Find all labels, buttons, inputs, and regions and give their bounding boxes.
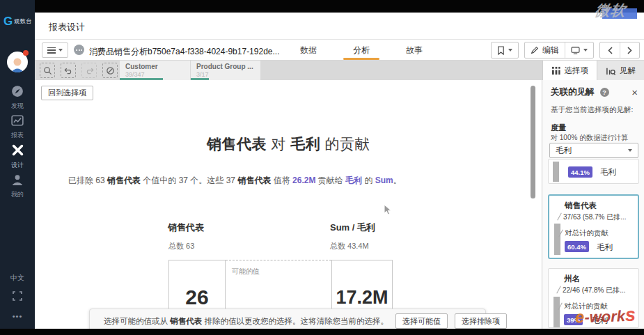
sidebar-item-label: 报表 bbox=[0, 131, 35, 140]
contribution-bar bbox=[553, 297, 560, 327]
fullscreen-button[interactable] bbox=[12, 290, 23, 304]
sidebar-item-label: 设计 bbox=[0, 161, 35, 170]
sidebar-item-design[interactable]: 设计 bbox=[0, 143, 35, 170]
sidebar-item-discover[interactable]: 发现 bbox=[0, 85, 35, 111]
report-chart-icon bbox=[11, 114, 24, 127]
measure-dropdown-value: 毛利 bbox=[556, 146, 572, 156]
sheet-nav-group bbox=[599, 42, 640, 59]
global-menu-button[interactable] bbox=[42, 42, 68, 58]
edit-sheet-group: 编辑 bbox=[524, 42, 594, 59]
selection-ratio-bar bbox=[191, 78, 209, 80]
chevron-left-icon bbox=[608, 47, 613, 54]
card-dimension-title: 销售代表 bbox=[565, 201, 597, 211]
edit-label: 编辑 bbox=[542, 45, 559, 56]
column-total-dimension: 总数 63 bbox=[168, 241, 194, 251]
tab-label: 选择项 bbox=[565, 65, 589, 76]
tab-story[interactable]: 故事 bbox=[402, 40, 427, 61]
chip-count: 39/347 bbox=[125, 71, 184, 78]
selected-count-value: 26 bbox=[169, 286, 225, 309]
sheet-icon bbox=[571, 47, 580, 54]
insights-chart-icon bbox=[606, 66, 615, 75]
chip-title: Customer bbox=[125, 63, 184, 70]
chevron-down-icon bbox=[58, 49, 63, 52]
redo-icon bbox=[85, 66, 94, 75]
tab-analysis[interactable]: 分析 bbox=[349, 40, 374, 61]
language-switch[interactable]: 中文 bbox=[0, 273, 35, 283]
back-to-selections-button[interactable]: 回到选择项 bbox=[41, 86, 93, 100]
badge-measure-label: 毛利 bbox=[597, 242, 613, 253]
measure-dropdown[interactable]: 毛利 bbox=[549, 143, 638, 158]
tv-watermark: 微软 bbox=[572, 0, 638, 21]
clear-circle-icon bbox=[106, 66, 115, 75]
vertical-scrollbar[interactable] bbox=[531, 86, 535, 198]
page-title: 报表设计 bbox=[49, 21, 85, 33]
tab-selections-tool[interactable]: 选择项 bbox=[542, 61, 597, 80]
pencil-icon bbox=[531, 46, 539, 54]
dialog-message: 选择可能的值或从 销售代表 排除的值以更改您的选择。这将清除您当前的选择。 bbox=[104, 316, 388, 327]
filter-chip-customer[interactable]: Customer 39/347 bbox=[120, 61, 190, 80]
sidebar-item-mine[interactable]: 我的 bbox=[0, 173, 35, 199]
panel-subtitle: 基于您当前选择项的见解: bbox=[551, 105, 633, 115]
associated-insights-panel: 关联的见解 ? × 基于您当前选择项的见解: 度量 对 100% 的数据进行计算… bbox=[542, 80, 644, 329]
bookmark-button[interactable] bbox=[492, 42, 518, 58]
toolbar-right-actions: 编辑 bbox=[491, 42, 640, 59]
tab-data[interactable]: 数据 bbox=[296, 40, 321, 61]
filter-chip-product-group[interactable]: Product Group ... 3/17 bbox=[191, 61, 260, 80]
edit-button[interactable]: 编辑 bbox=[525, 42, 565, 58]
eworks-watermark: e-works bbox=[574, 304, 636, 327]
close-icon[interactable]: × bbox=[631, 87, 638, 98]
letterbox-top: 微软 bbox=[0, 0, 644, 13]
measure-section-label: 度量 bbox=[551, 123, 566, 133]
clear-selections-button[interactable] bbox=[102, 63, 118, 78]
panel-header: 关联的见解 ? × bbox=[551, 86, 638, 98]
user-avatar[interactable] bbox=[7, 52, 28, 72]
summary-aggregation: Sum bbox=[375, 176, 393, 185]
card-detail: 37/63 (58.7% 已排... bbox=[563, 212, 627, 222]
contribution-bar bbox=[553, 162, 559, 182]
sheet-selector-button[interactable] bbox=[565, 42, 593, 58]
more-menu[interactable]: ••• bbox=[0, 312, 35, 320]
view-tabs: 数据 分析 故事 bbox=[296, 40, 427, 61]
mouse-cursor bbox=[384, 204, 393, 219]
help-icon[interactable]: ? bbox=[600, 88, 609, 97]
sidebar-item-label: 发现 bbox=[0, 102, 35, 111]
contribution-badge: 44.1% bbox=[568, 166, 592, 178]
column-total-measure: 总数 43.4M bbox=[330, 241, 369, 251]
measure-sum-value: 17.2M bbox=[332, 287, 392, 309]
chevron-down-icon bbox=[508, 49, 512, 52]
summary-measure: 毛利 bbox=[345, 176, 362, 185]
logo-g-icon: G bbox=[3, 15, 13, 27]
insight-title-measure: 毛利 bbox=[290, 136, 320, 152]
app-options-button[interactable] bbox=[74, 45, 84, 55]
sidebar-item-reports[interactable]: 报表 bbox=[0, 114, 35, 140]
possible-values-label: 可能的值 bbox=[232, 267, 260, 276]
select-possible-button[interactable]: 选择可能值 bbox=[395, 313, 448, 329]
person-avatar-icon bbox=[8, 56, 26, 72]
contribution-label: 对总计的贡献 bbox=[565, 228, 608, 238]
undo-selection-button[interactable] bbox=[61, 63, 76, 78]
tv-watermark-text: 微软 bbox=[594, 1, 627, 20]
design-tools-icon bbox=[11, 143, 24, 157]
select-excluded-button[interactable]: 选择排除项 bbox=[455, 313, 507, 329]
badge-measure-label: 毛利 bbox=[600, 167, 616, 178]
compass-icon bbox=[11, 85, 24, 98]
selection-tools bbox=[40, 63, 118, 78]
insight-card-sales-rep[interactable]: 销售代表 37/63 (58.7% 已排... 对总计的贡献 60.4% 毛利 bbox=[548, 194, 639, 259]
prev-sheet-button[interactable] bbox=[600, 42, 620, 58]
selections-bar: Customer 39/347 Product Group ... 3/17 选… bbox=[35, 61, 644, 80]
insight-title: 销售代表 对 毛利 的贡献 bbox=[35, 134, 542, 154]
letterbox-bottom bbox=[0, 329, 644, 335]
measure-section-desc: 对 100% 的数据进行计算 bbox=[551, 133, 628, 143]
insight-canvas: 回到选择项 销售代表 对 毛利 的贡献 已排除 63 销售代表 个值中的 37 … bbox=[35, 80, 542, 329]
logo-label: 观数台 bbox=[14, 17, 32, 25]
undo-icon bbox=[64, 66, 73, 75]
next-sheet-button[interactable] bbox=[620, 42, 639, 58]
insight-card-measure-total[interactable]: 44.1% 毛利 bbox=[548, 159, 639, 184]
panel-title: 关联的见解 bbox=[551, 86, 595, 98]
redo-selection-button[interactable] bbox=[81, 63, 97, 78]
search-selections-button[interactable] bbox=[40, 63, 55, 78]
cursor-arrow-icon bbox=[384, 204, 393, 216]
right-panel-tabs: 选择项 见解 bbox=[542, 61, 644, 80]
tab-insights[interactable]: 见解 bbox=[597, 61, 644, 80]
app-logo[interactable]: G 观数台 bbox=[3, 15, 35, 27]
